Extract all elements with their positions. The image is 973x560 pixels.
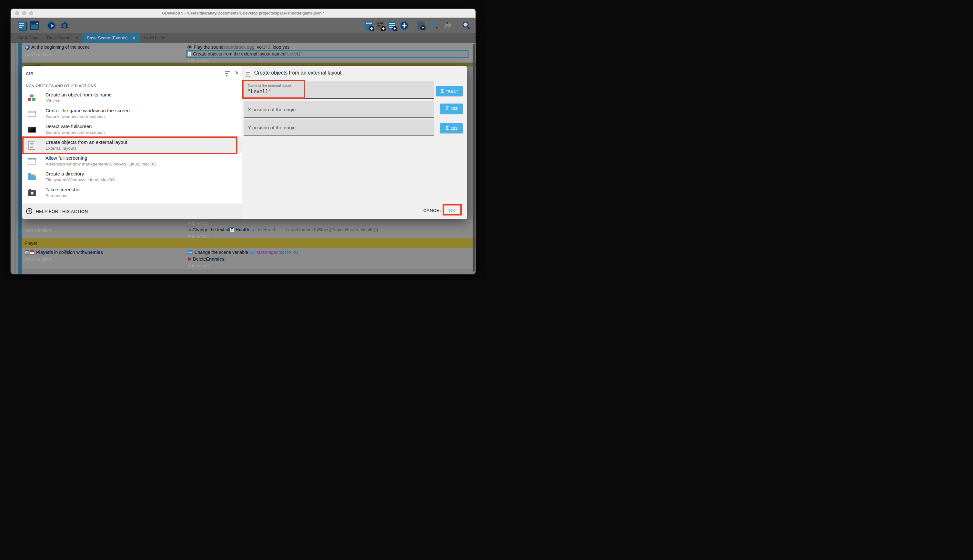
expression-builder-abc-button[interactable]: Σ "ABC" [436, 86, 463, 96]
scrollbar[interactable] [473, 44, 475, 272]
parameters-title: Create objects from an external layout. [254, 70, 343, 76]
expression-button-label: 123 [451, 126, 458, 131]
add-action-label: Add action [187, 221, 209, 226]
star-icon: ★ [33, 172, 37, 178]
scene-editor-icon[interactable] [30, 21, 39, 30]
close-tab-icon[interactable]: ✕ [161, 36, 164, 40]
expression-builder-123-button[interactable]: Σ 123 [440, 103, 463, 114]
add-action-button[interactable]: Add action [187, 221, 209, 226]
action-text: , loop: [270, 45, 282, 50]
camera-icon [27, 188, 37, 197]
add-subevent-icon[interactable] [377, 21, 384, 30]
condition-text: At the beginning of the scene [31, 45, 90, 50]
row-separator [22, 226, 475, 226]
cancel-button[interactable]: CANCEL [423, 208, 442, 213]
object-name: Enemies [206, 257, 225, 262]
loop-value: yes [283, 45, 290, 50]
action-text: Play the sound [193, 45, 223, 50]
expression-text: "Health: " + LargeNumberToString(Player.… [262, 227, 378, 232]
add-event-icon[interactable] [365, 21, 373, 30]
expression-builder-123-button[interactable]: Σ 123 [440, 123, 463, 133]
action-row-create-objects[interactable]: Create objects from the external layout … [187, 51, 302, 57]
action-text: Change the scene variable [194, 250, 248, 255]
external-layout-icon [245, 69, 251, 77]
close-tab-icon[interactable]: ✕ [75, 36, 78, 40]
app-window: GDevelop 5 - /Users/dkarakay/Documents/G… [10, 8, 476, 275]
tab-base-scene[interactable]: Base Scene ✕ [43, 33, 83, 43]
field-placeholder: X position of the origin [248, 107, 295, 112]
sigma-icon: Σ [445, 105, 449, 112]
text-object-icon: T [229, 227, 234, 232]
sigma-icon: Σ [440, 88, 443, 95]
action-item-allow-fullscreen[interactable]: Allow full-screening Advanced window man… [22, 153, 242, 169]
undo-icon[interactable] [429, 21, 439, 30]
action-row-change-text[interactable]: txt Change the text of T Health: set to … [187, 227, 378, 232]
text-action-icon: txt [187, 228, 191, 232]
action-item-subtitle: Game's window and resolution [45, 130, 105, 135]
play-icon[interactable] [47, 21, 56, 30]
filter-icon[interactable] [225, 71, 231, 77]
add-comment-icon[interactable] [388, 21, 396, 30]
tab-start-page[interactable]: Start Page [14, 33, 43, 43]
x-position-field[interactable]: X position of the origin [244, 101, 434, 118]
tab-base-scene-events[interactable]: Base Scene (Events) ✕ [83, 33, 140, 43]
condition-row[interactable]: At the beginning of the scene [25, 45, 90, 50]
action-item-title: Create an object from its name [45, 92, 112, 97]
action-item-subtitle: Screenshot [45, 193, 67, 198]
action-item-title: Allow full-screening [45, 155, 87, 161]
y-position-field[interactable]: Y position of the origin [244, 119, 434, 136]
toolbar-separator [413, 21, 413, 30]
delete-event-icon[interactable] [417, 21, 425, 30]
folder-create-icon: ★ [27, 173, 37, 182]
group-header-player[interactable]: Player [22, 238, 475, 248]
sigma-icon: Σ [445, 125, 449, 132]
tab-label: Base Scene (Events) [87, 35, 128, 40]
action-row-play-sound[interactable]: Play the sound soundtrack.ogg, vol.: 40,… [187, 45, 289, 50]
titlebar: GDevelop 5 - /Users/dkarakay/Documents/G… [11, 9, 475, 18]
action-text: , vol.: [254, 45, 265, 50]
close-icon[interactable]: ✕ [235, 70, 239, 77]
action-item-subtitle: Game's window and resolution [45, 114, 105, 119]
field-placeholder: Y position of the origin [248, 125, 295, 130]
add-action-button[interactable]: Add action [187, 263, 209, 268]
action-item-subtitle: Advanced window management/Windows, Linu… [45, 162, 156, 167]
action-text: Create objects from the external layout … [193, 51, 285, 57]
action-item-center-window[interactable]: Center the game window on the screen Gam… [22, 106, 242, 122]
expression-button-label: "ABC" [446, 89, 458, 93]
search-icon[interactable] [462, 21, 471, 30]
add-condition-label: Add condition [25, 228, 52, 233]
action-item-create-object[interactable]: Create an object from its name /Objects [22, 90, 242, 106]
add-other-event-icon[interactable] [400, 21, 409, 30]
help-bar: ? HELP FOR THIS ACTION [22, 203, 242, 219]
debug-icon[interactable] [60, 21, 69, 30]
annotation-box-ok-button [443, 204, 462, 215]
annotation-box-name-field [242, 80, 305, 99]
audio-icon [187, 45, 192, 49]
delete-icon: ✖ [187, 257, 191, 262]
action-item-create-directory[interactable]: ★ Create a directory Filesystem/Windows,… [22, 169, 242, 185]
action-row-change-variable[interactable]: Var Change the scene variable {▣} IsDama… [187, 250, 298, 255]
add-condition-button[interactable]: Add condition [25, 52, 52, 57]
search-bar: ✕ [22, 66, 242, 81]
variable-name: IsDamaged [255, 250, 279, 255]
redo-icon[interactable] [443, 21, 453, 30]
close-tab-icon[interactable]: ✕ [132, 36, 135, 40]
tab-level1[interactable]: Level1 ✕ [140, 33, 169, 43]
annotation-box-selected-action [22, 137, 237, 154]
tab-label: Level1 [144, 35, 157, 40]
add-condition-button[interactable]: Add condition [25, 257, 52, 262]
action-item-take-screenshot[interactable]: Take screenshot Screenshot [22, 185, 242, 201]
sound-file: soundtrack.ogg [223, 45, 255, 50]
action-search-input[interactable] [25, 69, 213, 78]
help-link[interactable]: HELP FOR THIS ACTION [36, 209, 88, 214]
tabbar: Start Page Base Scene ✕ Base Scene (Even… [11, 33, 475, 43]
action-text: Change the text of [193, 227, 229, 232]
action-item-fullscreen[interactable]: De/activate fullscreen Game's window and… [22, 122, 242, 137]
layout-name: "Level1" [285, 51, 302, 57]
add-condition-button[interactable]: Add condition [25, 228, 52, 233]
object-cube-icon [25, 250, 29, 255]
game-window-icon [27, 157, 37, 166]
condition-row-collision[interactable]: Player is in collision with Enemies [25, 250, 103, 255]
project-manager-icon[interactable] [18, 21, 26, 30]
action-row-delete[interactable]: ✖ Delete Enemies [187, 257, 225, 262]
